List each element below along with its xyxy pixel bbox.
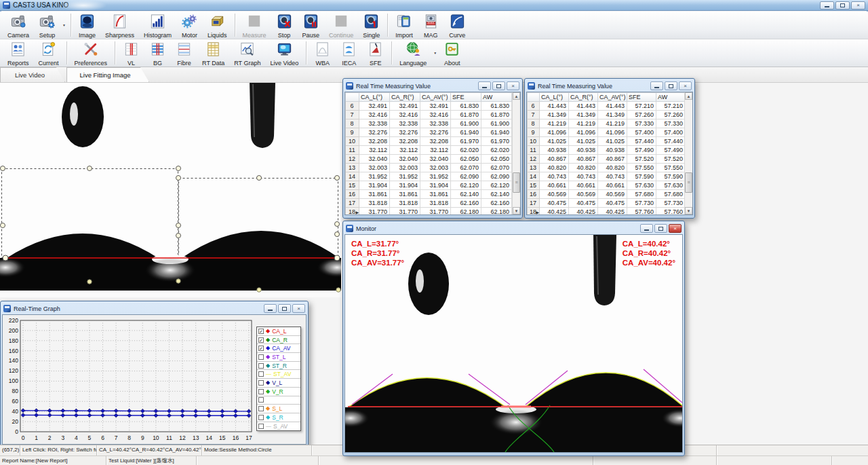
column-header[interactable]: CA_L(°) (540, 93, 569, 102)
tab-live-fitting-image[interactable]: Live Fitting Image (66, 67, 149, 82)
toolbar-button-reports[interactable]: Reports (3, 39, 34, 67)
toolbar-button-single[interactable]: Single (358, 12, 384, 39)
toolbar-button-rt-data[interactable]: RT Data (197, 39, 229, 67)
column-header[interactable]: CA_L(°) (359, 93, 390, 102)
graph-maximize-button[interactable] (278, 304, 291, 313)
dropdown-caret-setup[interactable]: ▼ (60, 23, 68, 27)
table-scrollbar[interactable]: ▲▼ (512, 92, 520, 215)
table-row[interactable]: 1531.90431.90431.90462.12062.120 (346, 181, 512, 190)
table-row[interactable]: 1332.00332.00332.00362.07062.070 (346, 164, 512, 172)
toolbar-button-wba[interactable]: WBA (309, 39, 336, 67)
toolbar-button-curve[interactable]: Curve (444, 12, 471, 39)
monitor-titlebar[interactable]: Monitor × (344, 223, 683, 234)
toolbar-button-ieca[interactable]: IECA (336, 39, 362, 67)
scroll-thumb[interactable] (685, 172, 692, 193)
column-header[interactable]: CA_AV(°) (598, 93, 627, 102)
monitor-window[interactable]: Monitor × (342, 221, 685, 456)
dropdown-caret-language[interactable]: ▼ (431, 51, 439, 55)
toolbar-button-bg[interactable]: BG (144, 39, 171, 67)
legend-checkbox[interactable]: ✓ (258, 337, 264, 343)
table-row[interactable]: 1041.02541.02541.02557.44057.440 (528, 137, 686, 146)
table-row[interactable]: 732.41632.41632.41661.87061.870 (346, 111, 512, 119)
scroll-up-arrow[interactable]: ▲ (513, 92, 520, 100)
maximize-button[interactable] (835, 1, 850, 10)
scroll-down-arrow[interactable]: ▼ (685, 207, 692, 215)
rtm-right-minimize-button[interactable] (650, 81, 663, 90)
column-header[interactable]: CA_AV(°) (420, 93, 451, 102)
toolbar-button-fibre[interactable]: Fibre (171, 39, 197, 67)
table-row[interactable]: 1032.20832.20832.20861.97061.970 (346, 137, 512, 146)
graph-minimize-button[interactable] (264, 304, 277, 313)
table-row[interactable]: 1631.86131.86131.86162.14062.140 (346, 190, 512, 199)
toolbar-button-motor[interactable]: Motor (176, 12, 203, 39)
table-row[interactable]: 1340.82040.82040.82057.55057.550 (528, 164, 686, 172)
monitor-body[interactable]: CA_L=31.77° CA_R=31.77° CA_AV=31.77° CA_… (344, 234, 683, 453)
toolbar-button-image[interactable]: Image (74, 12, 100, 39)
monitor-minimize-button[interactable] (640, 224, 653, 233)
toolbar-button-import[interactable]: Import (391, 12, 418, 39)
table-scrollbar[interactable]: ▲▼ (684, 92, 692, 215)
toolbar-button-vl[interactable]: VL (118, 39, 144, 67)
legend-checkbox[interactable] (258, 424, 264, 429)
tab-live-video[interactable]: Live Video (0, 67, 65, 82)
table-row[interactable]: 932.27632.27632.27661.94061.940 (346, 128, 512, 137)
toolbar-button-language[interactable]: Language (395, 39, 431, 67)
legend-checkbox[interactable] (258, 371, 264, 377)
table-row[interactable]: 1731.81831.81831.81862.16062.160 (346, 199, 512, 208)
scroll-down-arrow[interactable]: ▼ (513, 207, 520, 215)
legend-checkbox[interactable]: ✓ (258, 346, 264, 351)
rtm-left-minimize-button[interactable] (478, 81, 491, 90)
column-header[interactable]: CA_R(°) (569, 93, 598, 102)
table-row[interactable]: 1140.93840.93840.93857.49057.490 (528, 146, 686, 155)
rtm-right-titlebar[interactable]: Real Time Measuring Value × (526, 80, 693, 92)
title-bar[interactable]: CAST3 USA KINO × (0, 0, 868, 11)
table-row[interactable]: 741.34941.34941.34957.26057.260 (528, 111, 686, 119)
table-row[interactable]: 1232.04032.04032.04062.05062.050 (346, 155, 512, 164)
column-header[interactable]: SFE (451, 93, 481, 102)
legend-checkbox[interactable] (258, 363, 264, 369)
scroll-up-arrow[interactable]: ▲ (685, 92, 692, 100)
rtm-window-left[interactable]: Real Time Measuring Value × CA_L(°)CA_R(… (342, 78, 523, 219)
legend-checkbox[interactable]: ✓ (258, 329, 264, 334)
column-header[interactable]: CA_R(°) (390, 93, 420, 102)
rtm-left-titlebar[interactable]: Real Time Measuring Value × (344, 80, 521, 92)
legend-checkbox[interactable] (258, 354, 264, 360)
column-header[interactable]: AW (656, 93, 686, 102)
table-row[interactable]: 1640.56940.56940.56957.68057.680 (528, 190, 686, 199)
minimize-button[interactable] (820, 1, 834, 10)
toolbar-button-live-video[interactable]: Live Video (265, 39, 303, 67)
rtm-window-right[interactable]: Real Time Measuring Value × CA_L(°)CA_R(… (524, 78, 695, 219)
table-row[interactable]: 841.21941.21941.21957.33057.330 (528, 119, 686, 128)
legend-checkbox[interactable] (258, 415, 264, 420)
legend-checkbox[interactable] (258, 397, 264, 403)
table-row[interactable]: 1540.66140.66140.66157.63057.630 (528, 181, 686, 190)
toolbar-button-setup[interactable]: Setup (34, 12, 60, 39)
legend-checkbox[interactable] (258, 389, 264, 394)
column-header[interactable]: AW (481, 93, 512, 102)
toolbar-button-mag[interactable]: MAG (418, 12, 444, 39)
toolbar-button-liquids[interactable]: Liquids (203, 12, 232, 39)
monitor-close-button[interactable]: × (669, 224, 682, 233)
table-row[interactable]: 1431.95231.95231.95262.09062.090 (346, 172, 512, 181)
graph-titlebar[interactable]: Real-Time Graph × (2, 303, 307, 314)
table-row[interactable]: 1132.11232.11232.11262.02062.020 (346, 146, 512, 155)
toolbar-button-camera[interactable]: Camera (3, 12, 34, 39)
legend-checkbox[interactable] (258, 406, 264, 411)
table-row[interactable]: 18▶31.77031.77031.77062.18062.180 (346, 208, 512, 216)
live-fitting-image[interactable] (0, 83, 341, 297)
graph-window[interactable]: Real-Time Graph × 0204060801001201401601… (0, 301, 309, 448)
close-button[interactable]: × (851, 1, 865, 10)
table-row[interactable]: 941.09641.09641.09657.40057.400 (528, 128, 686, 137)
legend-checkbox[interactable] (258, 380, 264, 386)
column-header[interactable]: SFE (627, 93, 656, 102)
scroll-thumb[interactable] (513, 172, 520, 193)
rtm-left-close-button[interactable]: × (507, 81, 519, 90)
table-row[interactable]: 641.44341.44341.44357.21057.210 (528, 102, 686, 111)
toolbar-button-pause[interactable]: Pause (298, 12, 325, 39)
toolbar-button-sfe[interactable]: SFE (362, 39, 389, 67)
table-row[interactable]: 18▶40.42540.42540.42557.76057.760 (528, 208, 686, 216)
rtm-right-close-button[interactable]: × (679, 81, 692, 90)
toolbar-button-sharpness[interactable]: Sharpness (100, 12, 139, 39)
toolbar-button-stop[interactable]: Stop (271, 12, 298, 39)
toolbar-button-about[interactable]: About (439, 39, 465, 67)
